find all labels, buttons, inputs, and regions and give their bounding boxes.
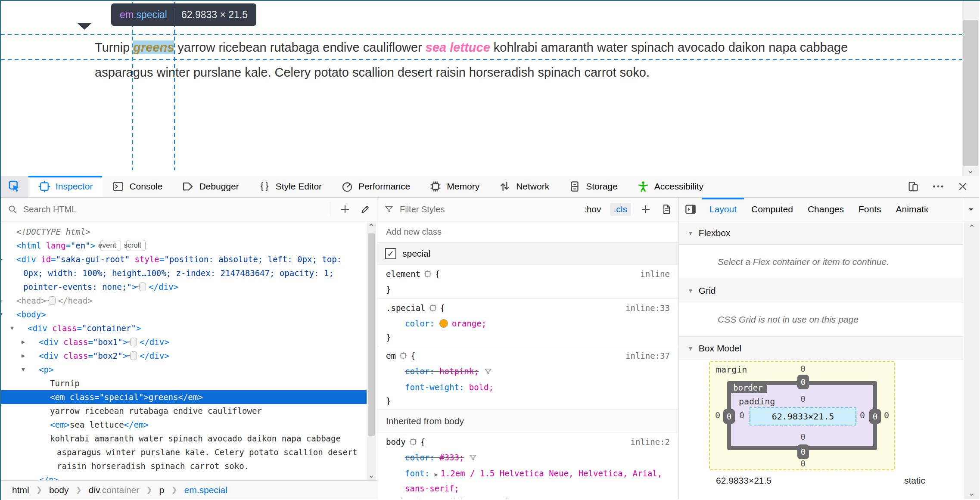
markup-row[interactable]: <!DOCTYPE html> bbox=[1, 225, 367, 239]
new-stylesheet-icon[interactable] bbox=[660, 203, 672, 215]
rule-selector[interactable]: .special bbox=[386, 303, 426, 313]
margin-bottom-value[interactable]: 0 bbox=[794, 458, 812, 469]
markup-row[interactable]: ▼<div class="container"> bbox=[1, 321, 367, 335]
css-declaration[interactable]: color: orange; bbox=[377, 317, 678, 330]
event-badge[interactable]: event bbox=[100, 240, 121, 251]
rule-selector[interactable]: element bbox=[386, 269, 420, 279]
rule-source-link[interactable]: inline:37 bbox=[625, 349, 670, 363]
breadcrumb-item-div.container[interactable]: div.container bbox=[89, 485, 140, 495]
scroll-up-icon[interactable]: ⌃ bbox=[964, 223, 980, 233]
rule-source-link[interactable]: inline bbox=[640, 267, 670, 281]
filter-styles-input[interactable]: Filter Styles bbox=[400, 205, 445, 214]
search-html-input[interactable]: Search HTML bbox=[23, 205, 76, 214]
padding-left-value[interactable]: 0 bbox=[733, 410, 750, 420]
property-name[interactable]: font-weight: bbox=[405, 382, 469, 392]
tab-storage[interactable]: Storage bbox=[559, 176, 627, 197]
page-scrollbar[interactable]: ⌄ bbox=[962, 1, 979, 176]
highlight-matches-icon[interactable] bbox=[428, 305, 438, 314]
property-name[interactable]: font-weight: bbox=[416, 497, 480, 499]
tab-debugger[interactable]: Debugger bbox=[172, 176, 248, 197]
overridden-filter-icon[interactable] bbox=[483, 369, 493, 378]
tab-memory[interactable]: Memory bbox=[420, 176, 489, 197]
rule-source-link[interactable]: inline:33 bbox=[625, 301, 670, 315]
css-declaration[interactable]: color: #333; bbox=[377, 450, 678, 466]
property-name[interactable]: font: bbox=[405, 469, 435, 478]
sidebar-tab-fonts[interactable]: Fonts bbox=[851, 198, 889, 221]
property-name[interactable]: color: bbox=[405, 453, 439, 462]
ellipsis-badge[interactable]: ⋯ bbox=[139, 283, 146, 291]
add-new-class-input[interactable]: Add new class bbox=[377, 221, 678, 243]
border-bottom-value[interactable]: 0 bbox=[797, 444, 809, 459]
layout-scrollbar[interactable]: ⌃ ⌄ bbox=[964, 221, 980, 499]
close-icon[interactable] bbox=[957, 180, 969, 193]
tab-inspector[interactable]: Inspector bbox=[28, 176, 102, 197]
markup-row[interactable]: kohlrabi amaranth water spinach avocado … bbox=[1, 432, 367, 473]
highlight-matches-icon[interactable] bbox=[398, 353, 408, 362]
box-model-section-header[interactable]: ▼ Box Model bbox=[679, 337, 963, 360]
tab-performance[interactable]: Performance bbox=[331, 176, 420, 197]
markup-row[interactable]: Turnip bbox=[1, 376, 367, 390]
border-top-value[interactable]: 0 bbox=[797, 375, 809, 389]
sidebar-tab-computed[interactable]: Computed bbox=[744, 198, 800, 221]
markup-scrollbar-thumb[interactable] bbox=[368, 233, 375, 436]
rule-selector[interactable]: body bbox=[386, 437, 406, 447]
overridden-filter-icon[interactable] bbox=[468, 455, 478, 464]
markup-row[interactable]: ▶<div class="box1">⋯</div> bbox=[1, 335, 367, 349]
markup-row[interactable]: ▼<p> bbox=[1, 363, 367, 376]
markup-scrollbar[interactable]: ⌃ ⌄ bbox=[367, 221, 376, 480]
markup-row[interactable]: ▶<div id="saka-gui-root" style="position… bbox=[1, 252, 367, 294]
responsive-design-icon[interactable] bbox=[907, 180, 920, 193]
meatball-menu-icon[interactable] bbox=[932, 180, 945, 193]
flexbox-section-header[interactable]: ▼ Flexbox bbox=[679, 221, 963, 245]
tab-network[interactable]: Network bbox=[489, 176, 559, 197]
property-value[interactable]: bold; bbox=[469, 382, 494, 392]
scroll-down-icon[interactable]: ⌄ bbox=[367, 470, 376, 479]
highlight-matches-icon[interactable] bbox=[423, 271, 432, 280]
tab-console[interactable]: Console bbox=[102, 176, 172, 197]
sidebar-toggle-icon[interactable] bbox=[679, 198, 702, 221]
eyedropper-icon[interactable] bbox=[360, 204, 371, 215]
ellipsis-badge[interactable]: ⋯ bbox=[130, 351, 137, 360]
class-toggle-button[interactable]: .cls bbox=[610, 203, 632, 216]
breadcrumb-item-p[interactable]: p bbox=[159, 485, 165, 495]
property-value[interactable]: 1.2em / 1.5 Helvetica Neue, Helvetica, A… bbox=[405, 469, 662, 493]
property-value[interactable]: orange; bbox=[452, 319, 486, 328]
markup-row[interactable]: ▶<div class="box2">⋯</div> bbox=[1, 349, 367, 363]
tab-style-editor[interactable]: Style Editor bbox=[249, 176, 331, 197]
breadcrumb-item-body[interactable]: body bbox=[49, 485, 69, 495]
element-picker-button[interactable] bbox=[1, 176, 28, 197]
markup-row[interactable]: <html lang="en">eventscroll bbox=[1, 239, 367, 252]
margin-top-value[interactable]: 0 bbox=[794, 363, 812, 374]
scroll-down-icon[interactable]: ⌄ bbox=[962, 165, 979, 175]
grid-section-header[interactable]: ▼ Grid bbox=[679, 279, 963, 302]
property-value[interactable]: hotpink; bbox=[439, 366, 479, 376]
sidebar-tab-animations[interactable]: Animations bbox=[889, 198, 928, 221]
all-tabs-dropdown-icon[interactable] bbox=[962, 198, 979, 221]
ellipsis-badge[interactable]: ⋯ bbox=[130, 338, 137, 346]
markup-row[interactable]: ▶<head>⋯</head> bbox=[1, 294, 367, 307]
rule-source-link[interactable]: inline:2 bbox=[630, 435, 670, 449]
color-swatch[interactable] bbox=[439, 319, 448, 328]
markup-row[interactable]: </p> bbox=[1, 473, 367, 480]
css-declaration[interactable]: font-weight: bold; bbox=[377, 380, 678, 394]
ellipsis-badge[interactable]: ⋯ bbox=[49, 296, 56, 305]
padding-top-value[interactable]: 0 bbox=[794, 394, 812, 404]
markup-row[interactable]: yarrow ricebean rutabaga endive cauliflo… bbox=[1, 404, 367, 418]
property-name[interactable]: color: bbox=[405, 319, 439, 328]
css-declaration[interactable]: font-weight: normal; bbox=[377, 495, 678, 499]
page-scrollbar-thumb[interactable] bbox=[963, 20, 978, 166]
breadcrumb-item-html[interactable]: html bbox=[12, 485, 29, 495]
scroll-down-icon[interactable]: ⌄ bbox=[964, 488, 980, 497]
scroll-up-icon[interactable]: ⌃ bbox=[367, 222, 376, 232]
scroll-badge[interactable]: scroll bbox=[126, 240, 146, 251]
markup-row[interactable]: ▼<body> bbox=[1, 307, 367, 321]
pseudo-class-button[interactable]: :hov bbox=[584, 204, 601, 214]
property-value[interactable]: #333; bbox=[439, 453, 464, 462]
highlight-matches-icon[interactable] bbox=[408, 439, 418, 448]
expand-arrow-icon[interactable]: ▶ bbox=[435, 471, 438, 478]
padding-bottom-value[interactable]: 0 bbox=[794, 432, 812, 442]
add-node-button[interactable] bbox=[339, 203, 351, 215]
property-value[interactable]: normal; bbox=[480, 497, 515, 499]
padding-right-value[interactable]: 0 bbox=[854, 410, 871, 420]
breadcrumb-item-em.special[interactable]: em.special bbox=[184, 485, 227, 495]
